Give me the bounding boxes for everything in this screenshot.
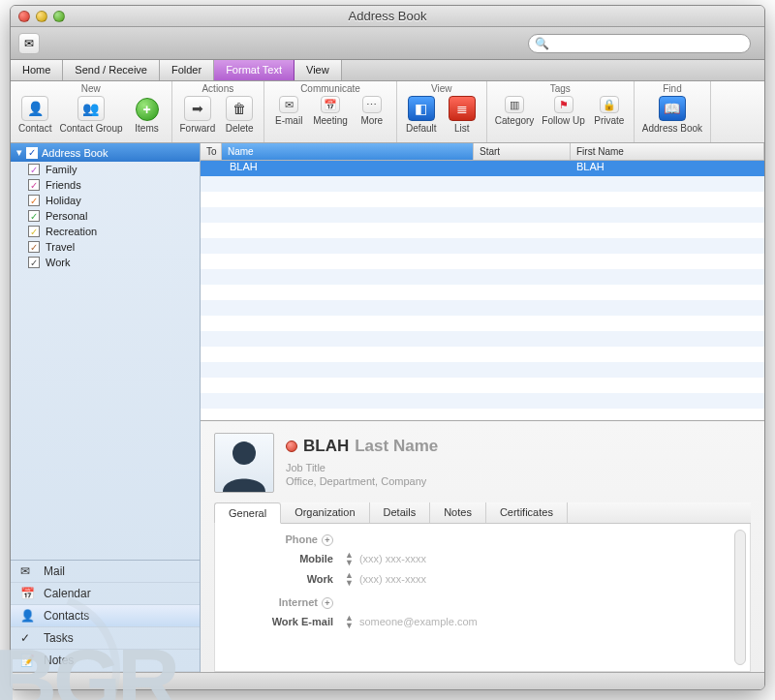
tab-folder[interactable]: Folder <box>160 60 214 80</box>
addressbook-checkbox[interactable]: ✓ <box>26 147 38 159</box>
detail-tab-certificates[interactable]: Certificates <box>486 502 568 523</box>
sidebar-group-friends[interactable]: ✓Friends <box>11 177 200 193</box>
group-label: Friends <box>46 179 81 191</box>
cell-name: BLAH <box>222 161 474 176</box>
sidebar-group-travel[interactable]: ✓Travel <box>11 239 200 255</box>
group-checkbox[interactable]: ✓ <box>28 195 40 206</box>
person-silhouette-icon <box>219 436 269 492</box>
contact-name: BLAH Last Name <box>286 437 438 456</box>
col-name[interactable]: Name <box>222 143 474 160</box>
group-checkbox[interactable]: ✓ <box>28 257 40 268</box>
address-book-button[interactable]: 📖Address Book <box>642 96 702 134</box>
app-icon[interactable]: ✉︎ <box>18 33 40 54</box>
job-title: Job Title <box>286 462 438 473</box>
value-work-phone[interactable]: (xxx) xxx-xxxx <box>359 573 426 585</box>
group-label: Travel <box>46 241 75 253</box>
nav-tasks[interactable]: ✓Tasks <box>11 627 200 650</box>
group-checkbox[interactable]: ✓ <box>28 210 40 222</box>
sidebar-group-family[interactable]: ✓Family <box>11 162 200 177</box>
add-phone-icon[interactable]: + <box>322 534 333 546</box>
detail-tab-general[interactable]: General <box>214 502 281 524</box>
list-row[interactable]: BLAH BLAH <box>201 161 764 176</box>
scrollbar[interactable] <box>734 530 746 665</box>
detail-tabs: GeneralOrganizationDetailsNotesCertifica… <box>214 502 751 524</box>
forward-button[interactable]: ➡︎Forward <box>180 96 216 134</box>
org-line: Office, Department, Company <box>286 475 438 487</box>
ribbon-tabs: Home Send / Receive Folder Format Text V… <box>11 60 764 81</box>
new-items-button[interactable]: +Items <box>131 98 164 134</box>
group-checkbox[interactable]: ✓ <box>28 241 40 253</box>
nav-stack: ✉︎Mail📅Calendar👤Contacts✓Tasks📝Notes <box>11 560 200 672</box>
contact-group-icon: 👥 <box>78 96 105 121</box>
sidebar-group-personal[interactable]: ✓Personal <box>11 208 200 224</box>
followup-button[interactable]: ⚑Follow Up <box>542 96 584 126</box>
new-contact-button[interactable]: 👤Contact <box>18 96 51 134</box>
svg-point-0 <box>232 441 256 465</box>
stepper-icon[interactable]: ▲▼ <box>345 614 354 629</box>
tasks-icon: ✓ <box>20 631 36 645</box>
delete-button[interactable]: 🗑Delete <box>223 96 256 134</box>
avatar[interactable] <box>214 433 274 493</box>
view-default-button[interactable]: ◧Default <box>405 96 438 134</box>
plus-icon: + <box>136 98 159 121</box>
view-list-button[interactable]: ≣List <box>446 96 479 134</box>
group-list: ✓Family✓Friends✓Holiday✓Personal✓Recreat… <box>11 162 200 560</box>
ribbon-group-tags: Tags <box>495 83 626 94</box>
nav-mail[interactable]: ✉︎Mail <box>11 561 200 583</box>
label-mobile: Mobile <box>232 553 339 564</box>
detail-tab-organization[interactable]: Organization <box>281 502 369 523</box>
private-button[interactable]: 🔒Private <box>593 96 626 126</box>
sidebar-group-recreation[interactable]: ✓Recreation <box>11 224 200 239</box>
nav-notes[interactable]: 📝Notes <box>11 650 200 672</box>
tab-view[interactable]: View <box>294 60 342 80</box>
titlebar: Address Book <box>11 6 764 27</box>
group-label: Work <box>46 257 70 268</box>
sidebar-group-holiday[interactable]: ✓Holiday <box>11 193 200 208</box>
group-label: Personal <box>46 210 87 222</box>
category-button[interactable]: ▥Category <box>495 96 535 126</box>
nav-label: Mail <box>44 564 65 578</box>
detail-pane: BLAH Last Name Job Title Office, Departm… <box>201 420 764 672</box>
nav-calendar[interactable]: 📅Calendar <box>11 583 200 605</box>
group-checkbox[interactable]: ✓ <box>28 226 40 237</box>
group-checkbox[interactable]: ✓ <box>28 164 40 175</box>
app-window: Address Book ✉︎ 🔍 Home Send / Receive Fo… <box>10 5 765 690</box>
default-view-icon: ◧ <box>408 96 435 121</box>
sidebar-group-work[interactable]: ✓Work <box>11 255 200 270</box>
ribbon-group-view: View <box>405 83 479 94</box>
search-input[interactable]: 🔍 <box>528 34 751 53</box>
stepper-icon[interactable]: ▲▼ <box>345 571 354 587</box>
value-work-email[interactable]: someone@example.com <box>359 616 478 627</box>
email-button[interactable]: ✉︎E-mail <box>272 96 305 126</box>
section-internet: Internet+ <box>232 596 339 609</box>
section-phone: Phone+ <box>232 533 339 546</box>
calendar-icon: 📅 <box>20 587 36 600</box>
ribbon: New 👤Contact 👥Contact Group +Items Actio… <box>11 81 764 143</box>
tab-home[interactable]: Home <box>11 60 63 80</box>
nav-contacts[interactable]: 👤Contacts <box>11 605 200 627</box>
detail-tab-details[interactable]: Details <box>370 502 431 523</box>
label-work-email: Work E-mail <box>232 616 339 627</box>
more-button[interactable]: ⋯More <box>356 96 388 126</box>
ribbon-group-actions: Actions <box>180 83 257 94</box>
contacts-icon: 👤 <box>20 609 36 623</box>
new-contact-group-button[interactable]: 👥Contact Group <box>59 96 122 134</box>
contact-icon: 👤 <box>21 96 48 121</box>
tab-format-text[interactable]: Format Text <box>214 60 294 80</box>
col-start[interactable]: Start <box>474 143 571 160</box>
detail-tab-notes[interactable]: Notes <box>430 502 486 523</box>
nav-label: Contacts <box>44 609 89 623</box>
sidebar-header[interactable]: ▾ ✓ Address Book <box>11 143 200 162</box>
tab-send-receive[interactable]: Send / Receive <box>63 60 160 80</box>
stepper-icon[interactable]: ▲▼ <box>345 551 354 566</box>
main-pane: To Name Start First Name BLAH BLAH <box>201 143 764 672</box>
work-area: ▾ ✓ Address Book ✓Family✓Friends✓Holiday… <box>11 143 764 672</box>
value-mobile[interactable]: (xxx) xxx-xxxx <box>359 553 426 564</box>
col-first[interactable]: First Name <box>571 143 764 160</box>
group-checkbox[interactable]: ✓ <box>28 179 40 191</box>
add-internet-icon[interactable]: + <box>322 597 333 609</box>
group-label: Family <box>46 164 77 175</box>
meeting-button[interactable]: 📅Meeting <box>313 96 348 126</box>
col-to[interactable]: To <box>201 143 222 160</box>
group-label: Holiday <box>46 195 81 206</box>
